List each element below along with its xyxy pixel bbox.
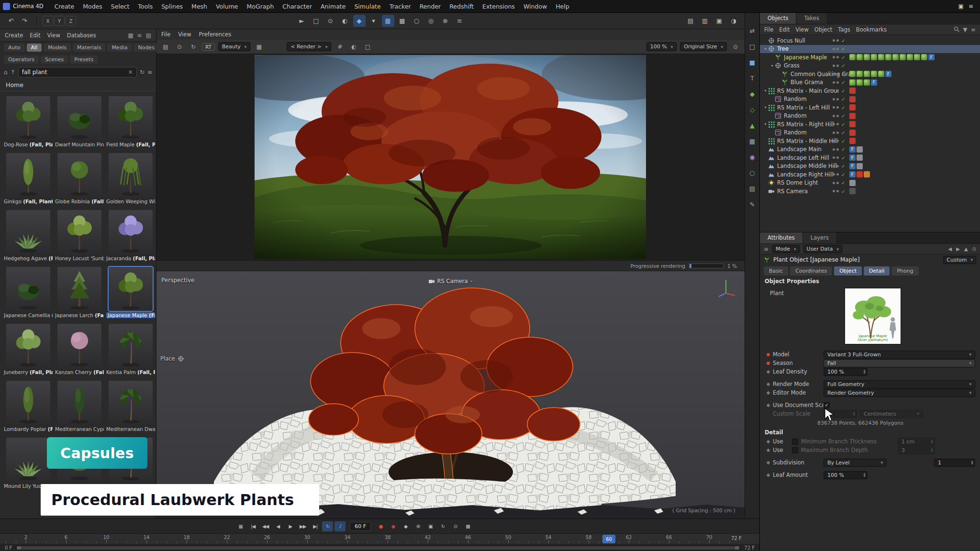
menu-select[interactable]: Select — [107, 1, 134, 12]
render-visibility-dot[interactable] — [836, 115, 839, 117]
interface-switch-icon[interactable]: ▣ — [958, 3, 964, 10]
subdivision-level-field[interactable]: 1▲▼ — [934, 459, 975, 467]
home-icon[interactable]: ⌂ — [4, 69, 8, 76]
render-visibility-dot[interactable] — [836, 156, 839, 159]
redo-button[interactable]: ↷ — [18, 15, 31, 27]
record-parameter-button[interactable]: ⊙ — [450, 521, 461, 531]
keyframe-diamond[interactable] — [767, 391, 770, 395]
search-input[interactable] — [22, 69, 125, 76]
asset-thumbnail[interactable] — [6, 324, 50, 368]
modeling-settings-button[interactable]: ≡ — [454, 15, 466, 27]
render-visibility-dot[interactable] — [836, 182, 839, 184]
asset-item-juneberry[interactable]: Juneberry (Fall, Plant) — [4, 324, 53, 375]
previous-key-button[interactable]: ◀◀ — [260, 521, 271, 531]
render-visibility-dot[interactable] — [836, 123, 839, 125]
open-file-icon[interactable]: ▤ — [160, 42, 171, 52]
om-menu-bookmarks[interactable]: Bookmarks — [856, 26, 887, 33]
enabled-check-icon[interactable]: ✓ — [840, 138, 846, 144]
keyframe-diamond[interactable] — [767, 473, 770, 477]
record-rotation-button[interactable]: ↻ — [437, 521, 448, 531]
asset-item-lombardy-poplar[interactable]: Lombardy Poplar (Fall, Plant) — [4, 381, 53, 432]
asset-item-honey-locust-sunburst[interactable]: Honey Locust 'Sunburst' (Fall, Plant) — [55, 210, 104, 261]
parent-up-icon[interactable]: ▲ — [964, 246, 968, 252]
leaf-amount-field[interactable]: 100 %▲▼ — [824, 471, 868, 479]
enabled-check-icon[interactable]: ✓ — [840, 130, 846, 135]
object-row-landscape-middle-hill[interactable]: Landscape Middle Hill✓F — [760, 162, 980, 171]
snapshot-icon[interactable]: ⊙ — [174, 42, 185, 52]
asset-item-japanese-maple[interactable]: Japanese Maple (Fall, Plant) — [106, 267, 155, 318]
workplane-snap-button[interactable]: ▩ — [396, 15, 409, 27]
timeline-options-button[interactable]: ▦ — [235, 521, 246, 531]
asset-menu-edit[interactable]: Edit — [30, 32, 40, 39]
enabled-check-icon[interactable]: ✓ — [840, 155, 846, 161]
object-row-rs-dome-light[interactable]: RS Dome Light✓ — [760, 179, 980, 187]
phong-tag[interactable] — [857, 154, 863, 161]
menu-extensions[interactable]: Extensions — [478, 1, 519, 12]
axis-modify-button[interactable]: ○ — [411, 15, 423, 27]
min-branch-thickness-field[interactable]: 1 cm▲▼ — [898, 438, 935, 446]
record-position-button[interactable]: ⊕ — [412, 521, 423, 531]
object-row-common-quaking-grass[interactable]: Common Quaking Grass✓F — [760, 70, 980, 78]
keyframe-diamond[interactable] — [767, 440, 770, 443]
asset-thumbnail[interactable] — [57, 96, 101, 140]
tab-objects[interactable]: Objects — [760, 13, 796, 24]
editor-visibility-dot[interactable] — [833, 48, 835, 50]
am-burger-icon[interactable]: ≡ — [764, 246, 768, 253]
timeline-ruler[interactable]: 60 72 F 26101418222630343842465054586266… — [0, 533, 759, 544]
filter-materials[interactable]: Materials — [73, 44, 105, 52]
om-menu-view[interactable]: View — [796, 26, 809, 33]
fields-tag[interactable]: F — [849, 154, 856, 161]
autokey-button[interactable]: ◉ — [388, 521, 399, 531]
redshift-tag[interactable] — [849, 88, 856, 94]
user-data-dropdown[interactable]: User Data▾ — [803, 245, 842, 253]
lock-icon[interactable]: ⊙ — [972, 246, 976, 252]
editor-visibility-dot[interactable] — [833, 89, 835, 92]
play-button[interactable]: ▶ — [285, 521, 296, 531]
keyframe-diamond[interactable] — [767, 403, 770, 407]
list-view-icon[interactable]: ≡ — [137, 32, 142, 39]
axis-center-button[interactable]: ◎ — [425, 15, 437, 27]
asset-thumbnail[interactable] — [57, 381, 101, 425]
interface-color-button[interactable]: ◑ — [727, 15, 740, 27]
enabled-check-icon[interactable]: ✓ — [840, 71, 846, 77]
asset-item-jacaranda[interactable]: Jacaranda (Fall, Plant) — [106, 210, 155, 261]
history-back-icon[interactable]: ◀ — [948, 246, 952, 252]
model-dropdown[interactable]: Variant 3 Full-Grown▾ — [824, 351, 975, 359]
filter-all[interactable]: All — [27, 44, 42, 52]
object-row-rs-matrix-main-ground[interactable]: ▾RS Matrix - Main Ground✓ — [760, 87, 980, 95]
material-tag[interactable] — [849, 79, 856, 86]
grid-overlay-icon[interactable]: # — [334, 42, 345, 52]
axis-lock-y[interactable]: Y — [54, 16, 65, 26]
collapse-arrow-icon[interactable]: ▾ — [763, 88, 768, 93]
menu-splines[interactable]: Splines — [157, 1, 187, 12]
pass-dropdown[interactable]: Beauty▾ — [218, 42, 250, 51]
history-forward-icon[interactable]: ▶ — [956, 246, 960, 252]
asset-thumbnail[interactable] — [57, 324, 101, 368]
plant-preview-thumbnail[interactable]: Japanese Maple(Acer palmatum) — [845, 288, 901, 344]
asset-item-kentia-palm[interactable]: Kentia Palm (Fall, Plant) — [106, 324, 155, 375]
material-tag[interactable] — [849, 71, 856, 77]
enabled-check-icon[interactable]: ✓ — [840, 96, 846, 102]
enabled-check-icon[interactable]: ✓ — [840, 88, 846, 94]
menu-window[interactable]: Window — [519, 1, 551, 12]
layout-animate-button[interactable]: ▥ — [699, 15, 711, 27]
range-scrollbar[interactable] — [16, 546, 740, 550]
object-row-random[interactable]: Random✓ — [760, 95, 980, 104]
fields-tag[interactable]: F — [928, 54, 935, 60]
section-tab-phong[interactable]: Phong — [891, 266, 918, 276]
material-tag[interactable] — [907, 54, 913, 60]
refresh-icon[interactable]: ↻ — [140, 69, 145, 76]
redshift-tag[interactable] — [849, 104, 856, 110]
asset-menu-create[interactable]: Create — [5, 32, 23, 39]
keyframe-diamond[interactable] — [767, 448, 770, 452]
editor-visibility-dot[interactable] — [833, 81, 835, 84]
editor-visibility-dot[interactable] — [833, 132, 835, 134]
material-tag[interactable] — [871, 54, 877, 60]
grid-snap-button[interactable]: ▦ — [382, 15, 394, 27]
model-mode-button[interactable]: ■ — [747, 57, 757, 67]
render-visibility-dot[interactable] — [836, 190, 839, 192]
enabled-check-icon[interactable]: ✓ — [840, 46, 846, 52]
annotation-pencil-button[interactable]: ✎ — [747, 199, 757, 209]
quantize-button[interactable]: ⊗ — [439, 15, 452, 27]
asset-item-kanzan-cherry[interactable]: Kanzan Cherry (Fall, Plant) — [55, 324, 104, 375]
